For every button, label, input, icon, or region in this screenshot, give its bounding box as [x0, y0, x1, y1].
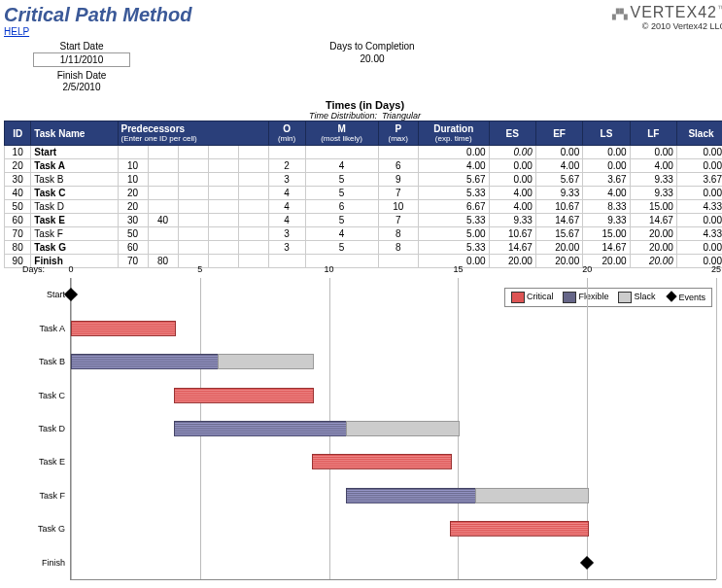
- logo-text: VERTEX42: [630, 4, 717, 20]
- bar-slack: [218, 354, 314, 369]
- legend-item: Events: [665, 293, 705, 302]
- times-sub: Time Distribution: Triangular: [4, 111, 722, 121]
- page-title: Critical Path Method: [4, 4, 191, 26]
- table-row: 60Task E30404575.339.3314.679.3314.670.0…: [5, 214, 723, 227]
- row-label: Task A: [11, 324, 65, 333]
- tick-days: 10: [325, 264, 334, 274]
- table-row: 20Task A102464.000.004.000.004.000.00: [5, 159, 723, 173]
- bar-slack: [475, 488, 589, 503]
- logo-icon: ▞▚: [612, 9, 628, 19]
- row-label: Task B: [11, 357, 65, 366]
- tick-days: 25: [711, 264, 721, 274]
- axis-label-days: Days:: [22, 264, 45, 274]
- start-date-value[interactable]: 1/11/2010: [33, 52, 130, 67]
- row-label: Start: [11, 290, 65, 299]
- bar-crit: [174, 388, 314, 403]
- col-lf: LF: [630, 121, 676, 146]
- tick-weeks: 5: [713, 583, 718, 584]
- start-date-block: Start Date 1/11/2010 Finish Date 2/5/201…: [33, 39, 130, 93]
- col-m: M(most likely): [305, 121, 378, 146]
- col-slack: Slack: [676, 121, 722, 146]
- bar-crit: [312, 454, 452, 469]
- tick-weeks: 4: [585, 583, 590, 584]
- col-o: O(min): [268, 121, 305, 146]
- bar-crit: [71, 321, 176, 336]
- finish-date-label: Finish Date: [33, 70, 130, 81]
- chart-legend: CriticalFlexibleSlackEvents: [504, 288, 712, 307]
- legend-item: Critical: [511, 292, 554, 303]
- table-row: 50Task D2046106.674.0010.678.3315.004.33: [5, 200, 723, 214]
- copyright: © 2010 Vertex42 LLC: [612, 21, 722, 31]
- tick-days: 5: [197, 264, 202, 274]
- start-date-label: Start Date: [33, 41, 130, 52]
- dtc-label: Days to Completion: [325, 41, 420, 52]
- finish-date-value: 2/5/2010: [34, 81, 129, 93]
- event-diamond: [580, 556, 594, 570]
- gantt-chart: Days: Weeks: CriticalFlexibleSlackEvents…: [70, 278, 716, 580]
- bar-crit: [450, 521, 590, 536]
- event-diamond: [64, 288, 78, 301]
- dtc-block: Days to Completion 20.00: [325, 39, 420, 93]
- table-row: 70Task F503485.0010.6715.6715.0020.004.3…: [5, 227, 723, 241]
- axis-label-weeks: Weeks:: [22, 583, 52, 584]
- table-row: 40Task C204575.334.009.334.009.330.00: [5, 187, 723, 200]
- row-label: Finish: [11, 558, 65, 568]
- tick-weeks: 3: [456, 583, 461, 584]
- cpm-table: ID Task Name Predecessors(Enter one ID p…: [4, 121, 722, 268]
- table-row: 80Task G603585.3314.6720.0014.6720.000.0…: [5, 241, 723, 255]
- row-label: Task D: [11, 424, 65, 433]
- row-label: Task C: [11, 391, 65, 400]
- bar-flex: [174, 421, 348, 436]
- col-name: Task Name: [31, 121, 118, 146]
- row-label: Task G: [11, 524, 65, 534]
- bar-slack: [346, 421, 460, 436]
- col-p: P(max): [378, 121, 418, 146]
- tick-weeks: 1: [197, 583, 202, 584]
- col-ls: LS: [583, 121, 630, 146]
- col-id: ID: [5, 121, 31, 146]
- col-es: ES: [489, 121, 535, 146]
- times-title: Times (in Days): [4, 99, 722, 111]
- col-ef: EF: [535, 121, 582, 146]
- tick-weeks: 0: [68, 583, 73, 584]
- bar-flex: [346, 488, 477, 503]
- col-dur: Duration(exp. time): [418, 121, 489, 146]
- table-row: 30Task B103595.670.005.673.679.333.67: [5, 173, 723, 187]
- tick-weeks: 2: [327, 583, 331, 584]
- logo-block: ▞▚ VERTEX42™ © 2010 Vertex42 LLC: [612, 4, 722, 31]
- table-row: 90Finish70800.0020.0020.0020.0020.000.00: [5, 255, 723, 268]
- bar-flex: [71, 354, 220, 369]
- tick-days: 0: [68, 264, 73, 274]
- tick-days: 20: [582, 264, 592, 274]
- help-link[interactable]: HELP: [4, 26, 29, 37]
- legend-item: Flexible: [563, 292, 608, 303]
- row-label: Task F: [11, 491, 65, 501]
- legend-item: Slack: [618, 292, 655, 303]
- row-label: Task E: [11, 457, 65, 467]
- tick-days: 15: [453, 264, 463, 274]
- col-pred: Predecessors(Enter one ID per cell): [118, 121, 268, 146]
- table-row: 10Start0.000.000.000.000.000.00: [5, 146, 723, 159]
- dtc-value: 20.00: [325, 52, 420, 65]
